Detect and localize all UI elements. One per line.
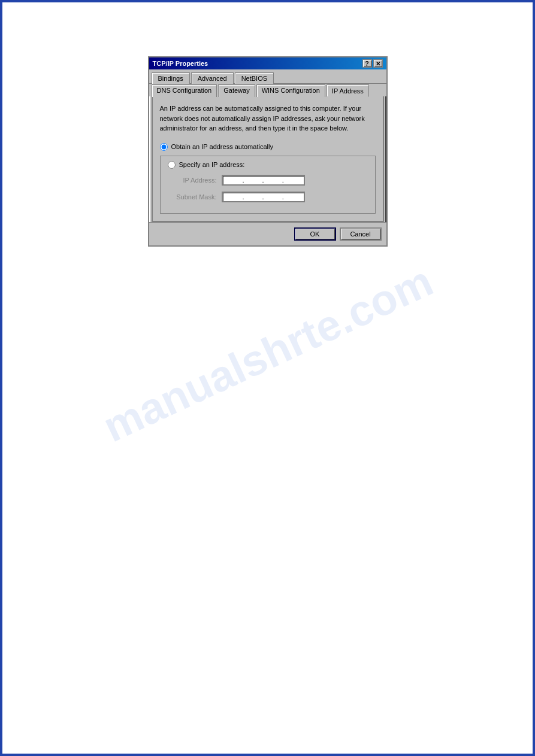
subnet-mask-label: Subnet Mask: — [168, 193, 222, 201]
ip-dot-2: . — [262, 177, 264, 184]
radio-specify-input[interactable] — [168, 161, 176, 169]
specify-section: Specify an IP address: IP Address: . . . — [160, 156, 376, 214]
subnet-dot-1: . — [243, 193, 244, 201]
button-row: OK Cancel — [149, 222, 386, 245]
help-button[interactable]: ? — [362, 59, 372, 68]
description-text: An IP address can be automatically assig… — [160, 104, 376, 133]
top-tab-row: Bindings Advanced NetBIOS — [149, 69, 386, 83]
ip-seg1[interactable] — [225, 177, 242, 184]
tab-ip-address[interactable]: IP Address — [327, 84, 369, 97]
tab-dns[interactable]: DNS Configuration — [152, 84, 217, 97]
tcpip-dialog: TCP/IP Properties ? ✕ Bindings Advanced … — [148, 56, 388, 247]
close-button[interactable]: ✕ — [373, 59, 383, 68]
tab-netbios[interactable]: NetBIOS — [235, 72, 274, 84]
ip-dot-3: . — [282, 177, 284, 184]
subnet-seg2[interactable] — [245, 193, 262, 201]
subnet-seg4[interactable] — [285, 193, 301, 201]
tab-content: An IP address can be automatically assig… — [152, 96, 384, 222]
ip-address-label: IP Address: — [168, 177, 222, 184]
subnet-dot-2: . — [262, 193, 264, 201]
radio-specify-option: Specify an IP address: — [168, 161, 368, 169]
ip-seg4[interactable] — [285, 177, 301, 184]
bottom-tab-row: DNS Configuration Gateway WINS Configura… — [149, 83, 386, 96]
dialog-title: TCP/IP Properties — [153, 60, 208, 67]
subnet-mask-row: Subnet Mask: . . . — [168, 192, 368, 202]
subnet-mask-input-group: . . . — [222, 192, 305, 202]
radio-auto-input[interactable] — [160, 143, 168, 151]
title-bar: TCP/IP Properties ? ✕ — [149, 57, 386, 69]
tab-bindings[interactable]: Bindings — [152, 72, 190, 84]
ip-dot-1: . — [243, 177, 244, 184]
title-bar-buttons: ? ✕ — [362, 59, 383, 68]
ip-seg3[interactable] — [265, 177, 282, 184]
radio-auto-option: Obtain an IP address automatically — [160, 143, 376, 151]
radio-specify-label[interactable]: Specify an IP address: — [179, 161, 245, 168]
tab-advanced[interactable]: Advanced — [191, 72, 234, 84]
ip-seg2[interactable] — [245, 177, 262, 184]
radio-auto-label[interactable]: Obtain an IP address automatically — [171, 143, 273, 150]
ok-button[interactable]: OK — [294, 227, 336, 241]
ip-address-input-group: . . . — [222, 175, 305, 186]
subnet-dot-3: . — [282, 193, 284, 201]
subnet-seg1[interactable] — [225, 193, 242, 201]
ip-address-row: IP Address: . . . — [168, 175, 368, 186]
tab-gateway[interactable]: Gateway — [218, 84, 255, 97]
watermark: manualshrte.com — [95, 256, 440, 451]
tab-wins[interactable]: WINS Configuration — [256, 84, 325, 97]
cancel-button[interactable]: Cancel — [340, 227, 382, 241]
subnet-seg3[interactable] — [265, 193, 282, 201]
